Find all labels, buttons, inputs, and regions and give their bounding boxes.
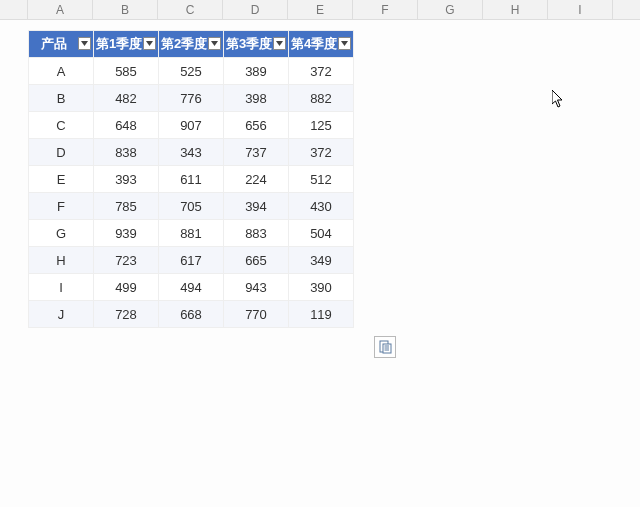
table-cell[interactable]: J <box>29 301 94 328</box>
table-cell[interactable]: 494 <box>159 274 224 301</box>
table-cell[interactable]: 512 <box>289 166 354 193</box>
table-row: D838343737372 <box>29 139 354 166</box>
table-cell[interactable]: 504 <box>289 220 354 247</box>
table-cell[interactable]: 883 <box>224 220 289 247</box>
table-cell[interactable]: 372 <box>289 58 354 85</box>
col-header[interactable]: E <box>288 0 353 20</box>
header-q1[interactable]: 第1季度 <box>94 31 159 58</box>
table-cell[interactable]: 728 <box>94 301 159 328</box>
column-header-strip: A B C D E F G H I <box>0 0 640 20</box>
header-label: 第4季度 <box>291 35 337 53</box>
col-header[interactable]: D <box>223 0 288 20</box>
header-label: 产品 <box>41 35 67 53</box>
svg-marker-4 <box>341 41 348 46</box>
col-header[interactable]: I <box>548 0 613 20</box>
mouse-cursor-icon <box>552 90 566 108</box>
table-cell[interactable]: 343 <box>159 139 224 166</box>
header-q3[interactable]: 第3季度 <box>224 31 289 58</box>
header-product[interactable]: 产品 <box>29 31 94 58</box>
table-cell[interactable]: C <box>29 112 94 139</box>
table-cell[interactable]: 125 <box>289 112 354 139</box>
table-cell[interactable]: 611 <box>159 166 224 193</box>
table-cell[interactable]: 723 <box>94 247 159 274</box>
col-header[interactable]: A <box>28 0 93 20</box>
table-cell[interactable]: 656 <box>224 112 289 139</box>
table-cell[interactable]: 943 <box>224 274 289 301</box>
filter-dropdown-icon[interactable] <box>273 37 286 50</box>
filter-dropdown-icon[interactable] <box>208 37 221 50</box>
table-cell[interactable]: 398 <box>224 85 289 112</box>
table-row: C648907656125 <box>29 112 354 139</box>
table-cell[interactable]: 705 <box>159 193 224 220</box>
table-row: J728668770119 <box>29 301 354 328</box>
table-cell[interactable]: 389 <box>224 58 289 85</box>
col-header[interactable]: H <box>483 0 548 20</box>
table-row: H723617665349 <box>29 247 354 274</box>
data-table: 产品 第1季度 第2季度 <box>28 30 354 328</box>
col-header[interactable]: F <box>353 0 418 20</box>
filter-dropdown-icon[interactable] <box>78 37 91 50</box>
table-cell[interactable]: 668 <box>159 301 224 328</box>
table-cell[interactable]: 737 <box>224 139 289 166</box>
table-cell[interactable]: B <box>29 85 94 112</box>
col-header[interactable]: G <box>418 0 483 20</box>
table-cell[interactable]: 665 <box>224 247 289 274</box>
header-label: 第1季度 <box>96 35 142 53</box>
header-label: 第2季度 <box>161 35 207 53</box>
filter-dropdown-icon[interactable] <box>143 37 156 50</box>
svg-marker-1 <box>146 41 153 46</box>
table-row: E393611224512 <box>29 166 354 193</box>
table-row: F785705394430 <box>29 193 354 220</box>
table-cell[interactable]: 349 <box>289 247 354 274</box>
table-cell[interactable]: 770 <box>224 301 289 328</box>
table-cell[interactable]: 394 <box>224 193 289 220</box>
table-cell[interactable]: 881 <box>159 220 224 247</box>
col-header[interactable]: C <box>158 0 223 20</box>
col-header[interactable]: B <box>93 0 158 20</box>
table-row: I499494943390 <box>29 274 354 301</box>
table-cell[interactable]: 390 <box>289 274 354 301</box>
table-cell[interactable]: 785 <box>94 193 159 220</box>
table-row: G939881883504 <box>29 220 354 247</box>
table-cell[interactable]: 499 <box>94 274 159 301</box>
table-cell[interactable]: 525 <box>159 58 224 85</box>
table-cell[interactable]: H <box>29 247 94 274</box>
table-cell[interactable]: E <box>29 166 94 193</box>
table-cell[interactable]: 907 <box>159 112 224 139</box>
table-cell[interactable]: 939 <box>94 220 159 247</box>
table-cell[interactable]: A <box>29 58 94 85</box>
svg-marker-2 <box>211 41 218 46</box>
select-all-corner[interactable] <box>0 0 28 20</box>
table-cell[interactable]: G <box>29 220 94 247</box>
header-label: 第3季度 <box>226 35 272 53</box>
table-header-row: 产品 第1季度 第2季度 <box>29 31 354 58</box>
table-cell[interactable]: 224 <box>224 166 289 193</box>
header-q2[interactable]: 第2季度 <box>159 31 224 58</box>
table-cell[interactable]: F <box>29 193 94 220</box>
table-cell[interactable]: 617 <box>159 247 224 274</box>
table-cell[interactable]: 372 <box>289 139 354 166</box>
table-cell[interactable]: 648 <box>94 112 159 139</box>
filter-dropdown-icon[interactable] <box>338 37 351 50</box>
table-cell[interactable]: 393 <box>94 166 159 193</box>
table-cell[interactable]: 482 <box>94 85 159 112</box>
table-row: A585525389372 <box>29 58 354 85</box>
table-cell[interactable]: 838 <box>94 139 159 166</box>
header-q4[interactable]: 第4季度 <box>289 31 354 58</box>
svg-marker-10 <box>552 90 562 107</box>
table-cell[interactable]: 776 <box>159 85 224 112</box>
table-cell[interactable]: 882 <box>289 85 354 112</box>
table-cell[interactable]: I <box>29 274 94 301</box>
table-row: B482776398882 <box>29 85 354 112</box>
svg-marker-0 <box>81 41 88 46</box>
table-cell[interactable]: 585 <box>94 58 159 85</box>
table-cell[interactable]: D <box>29 139 94 166</box>
table-cell[interactable]: 119 <box>289 301 354 328</box>
table-cell[interactable]: 430 <box>289 193 354 220</box>
svg-marker-3 <box>276 41 283 46</box>
paste-options-button[interactable] <box>374 336 396 358</box>
